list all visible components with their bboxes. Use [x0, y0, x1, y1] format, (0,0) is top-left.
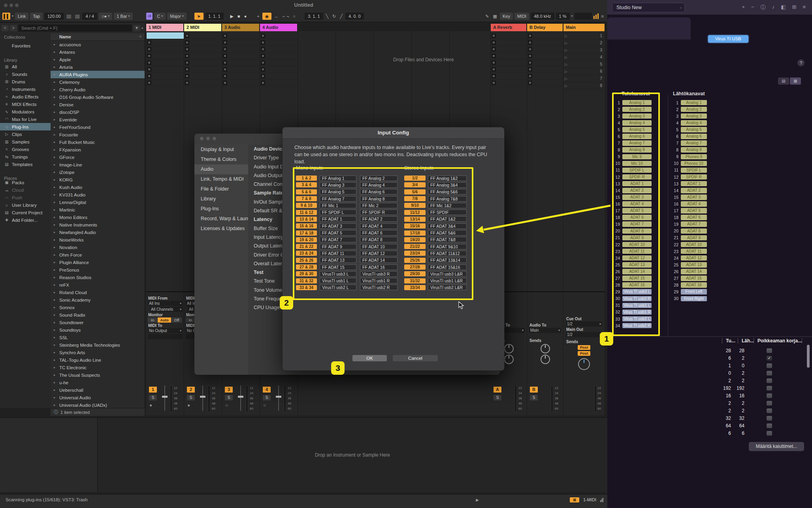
channel-button[interactable]: ADAT 5	[681, 208, 707, 213]
clip-stop-icon[interactable]	[185, 34, 189, 38]
ok-button[interactable]: OK	[352, 355, 387, 361]
channel-button[interactable]: Analog 3	[681, 113, 707, 119]
clip-stop-icon[interactable]	[185, 67, 189, 72]
channel-button[interactable]: ADAT 2	[622, 188, 652, 193]
browser-vendor-row[interactable]: ▸NoiseWorks	[51, 236, 145, 244]
input-name-field[interactable]: FF Analog 1&2	[428, 176, 467, 181]
clip-stop-icon[interactable]	[528, 47, 532, 51]
input-name-field[interactable]: FF Analog 3&4	[428, 182, 467, 188]
cpu-load-display[interactable]: 1 %	[556, 13, 570, 20]
browser-vendor-row[interactable]: ▸Synchro Arts	[51, 349, 145, 356]
scene-play-icon[interactable]: ▷	[565, 84, 567, 88]
channel-button[interactable]: ADAT 16	[622, 282, 652, 288]
channel-button[interactable]: Analog 2	[681, 107, 707, 112]
disclosure-icon[interactable]: ▸	[54, 170, 57, 174]
deviation-checkbox[interactable]: ✓	[767, 378, 772, 383]
track-header-2[interactable]: 2 MIDI	[184, 24, 222, 31]
format-row[interactable]: 6 2 ✓	[719, 354, 772, 362]
remove-icon[interactable]: −	[750, 4, 756, 11]
sidebar-library-item[interactable]: ▥All	[0, 63, 51, 70]
clip-slot[interactable]	[184, 32, 222, 39]
channel-button[interactable]: ADAT 10	[681, 242, 707, 247]
channel-button[interactable]: Virus TI usb3 L	[622, 289, 652, 295]
clip-stop-icon[interactable]	[261, 54, 265, 58]
browser-vendor-row[interactable]: ▸iZotope	[51, 168, 145, 176]
channel-button[interactable]: Analog 6	[622, 134, 652, 139]
browser-vendor-row[interactable]: ▸Sonic Academy	[51, 296, 145, 304]
input-pair-toggle[interactable]: 13/14	[404, 217, 426, 222]
clip-stop-icon[interactable]	[147, 40, 151, 45]
browser-vendor-row[interactable]: ▸Plugin Alliance	[51, 259, 145, 266]
preferences-tab[interactable]: Plug-Ins	[194, 204, 248, 214]
input-pair-toggle[interactable]: 23 & 24	[296, 251, 317, 256]
input-name-field[interactable]: FF ADAT 6	[360, 230, 398, 236]
channel-button[interactable]: Analog 4	[681, 120, 707, 126]
browser-vendor-row[interactable]: ▸Soundtower	[51, 319, 145, 326]
input-pair-toggle[interactable]: 27 & 28	[296, 264, 317, 270]
channel-button[interactable]: Virus TI usb1 L	[622, 303, 652, 308]
clip-slot[interactable]	[184, 79, 222, 86]
channel-button[interactable]: Phones 10	[681, 161, 707, 166]
disclosure-icon[interactable]: ▸	[54, 238, 57, 242]
browser-vendor-row[interactable]: ▸Cherry Audio	[51, 86, 145, 93]
punch-out-icon[interactable]: ╱	[339, 13, 344, 20]
send-b-knob[interactable]	[541, 355, 550, 364]
format-row[interactable]: 1 0 ✓	[719, 362, 772, 369]
input-name-field[interactable]: VirusTI usb1 L&R	[428, 278, 467, 283]
stop-button[interactable]: ■	[236, 13, 241, 20]
arm-button[interactable]: ○	[225, 402, 228, 408]
clip-slot[interactable]	[260, 53, 298, 59]
channel-button[interactable]: SPDIF R	[622, 174, 652, 180]
clip-stop-icon[interactable]	[223, 67, 227, 72]
track-number-badge[interactable]: 3	[225, 387, 233, 393]
disclosure-icon[interactable]: ▸	[54, 193, 57, 196]
send-b-knob[interactable]	[504, 355, 514, 364]
input-pair-toggle[interactable]: 27/28	[404, 264, 426, 270]
channel-button[interactable]: ADAT 6	[622, 215, 652, 220]
input-name-field[interactable]: VirusTI usb3 R	[360, 271, 398, 277]
scene-row[interactable]: ▷5	[563, 61, 605, 68]
browser-vendor-row[interactable]: ▸FeelYourSound	[51, 123, 145, 131]
browser-vendor-row[interactable]: ▸Eventide	[51, 116, 145, 123]
browser-vendor-row[interactable]: ▸Celemony	[51, 78, 145, 86]
list-view-icon[interactable]: ≡	[801, 4, 807, 11]
send-a-knob[interactable]	[541, 344, 550, 353]
add-icon[interactable]: +	[740, 4, 747, 11]
channel-button[interactable]: ADAT 3	[681, 195, 707, 200]
volume-fader-handle[interactable]	[276, 396, 281, 398]
input-name-field[interactable]: FF ADAT 4	[360, 223, 398, 229]
return-badge[interactable]: B	[530, 387, 538, 393]
browser-vendor-row[interactable]: ▸Soundtoys	[51, 326, 145, 334]
input-pair-toggle[interactable]: 21/22	[404, 244, 426, 249]
disclosure-icon[interactable]: ▸	[54, 95, 57, 99]
solo-button[interactable]: S	[530, 395, 538, 400]
disclosure-icon[interactable]: ▸	[54, 381, 57, 384]
clip-stop-icon[interactable]	[147, 74, 151, 78]
scene-row[interactable]: ▷7	[563, 75, 605, 82]
browser-vendor-row[interactable]: ▸u-he	[51, 379, 145, 386]
clip-slot[interactable]	[491, 59, 527, 66]
channel-button[interactable]: Virus TI usb2 L	[622, 316, 652, 322]
midi-channel-menu[interactable]: All Channels▾	[150, 307, 183, 312]
channel-button[interactable]: ADAT 5	[622, 208, 652, 213]
browser-vendor-row[interactable]: ▸The Usual Suspects	[51, 371, 145, 379]
clip-stop-icon[interactable]	[261, 47, 265, 51]
clip-slot[interactable]	[260, 46, 298, 53]
input-pair-toggle[interactable]: 9 & 10	[296, 203, 317, 208]
deviation-checkbox[interactable]: ✓	[767, 393, 772, 398]
input-name-field[interactable]: FF SPDIF L	[320, 210, 356, 215]
post-toggle-b[interactable]: Post	[578, 351, 590, 356]
disclosure-icon[interactable]: ▸	[54, 163, 57, 166]
clip-stop-icon[interactable]	[492, 74, 496, 78]
arrangement-position-field[interactable]: 1. 1. 1	[205, 13, 224, 20]
deviation-checkbox[interactable]: ✓	[767, 408, 772, 413]
key-map-button[interactable]: Key	[500, 13, 513, 20]
clip-stop-icon[interactable]	[223, 40, 227, 45]
deviation-checkbox[interactable]: ✓	[767, 371, 772, 376]
input-pair-toggle[interactable]: 3/4	[404, 182, 426, 187]
channel-button[interactable]: Analog 8	[681, 147, 707, 153]
disclosure-icon[interactable]: ▸	[54, 125, 57, 129]
browser-vendor-row[interactable]: ▸Reason Studios	[51, 274, 145, 281]
clip-stop-icon[interactable]	[528, 74, 532, 78]
clip-stop-icon[interactable]	[492, 34, 496, 38]
